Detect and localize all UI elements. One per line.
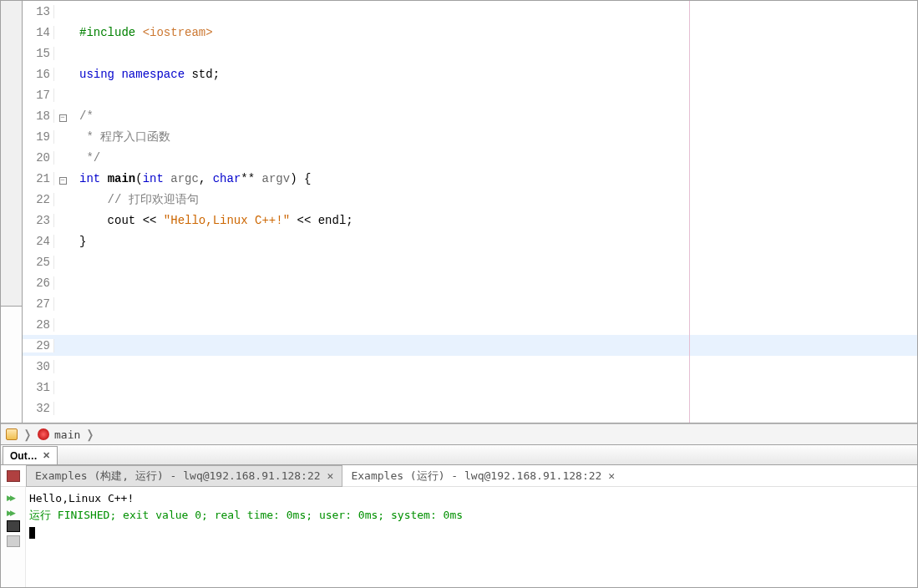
code-line[interactable]: 15	[23, 43, 917, 63]
code-line[interactable]: 13	[23, 1, 917, 22]
stop-icon[interactable]	[7, 470, 20, 482]
code-line[interactable]: 17	[23, 84, 917, 105]
breadcrumb-function[interactable]: main	[54, 428, 80, 441]
code-content[interactable]: using namespace std;	[71, 68, 220, 81]
line-number: 19	[23, 130, 54, 144]
output-subtabs: Examples (构建, 运行) - lwq@192.168.91.128:2…	[1, 465, 917, 487]
code-line[interactable]: 25	[23, 251, 917, 272]
line-number: 18	[23, 109, 54, 123]
output-subtab-label: Examples (运行) - lwq@192.168.91.128:22	[351, 469, 601, 484]
cursor-icon	[29, 527, 35, 539]
close-icon[interactable]: ✕	[608, 469, 615, 482]
fold-gutter[interactable]: −	[54, 109, 71, 123]
line-number: 29	[23, 339, 54, 352]
left-sidebar-placeholder	[1, 1, 23, 423]
output-subtab[interactable]: Examples (构建, 运行) - lwq@192.168.91.128:2…	[26, 465, 342, 487]
line-number: 32	[23, 402, 54, 415]
fold-collapse-icon[interactable]: −	[59, 114, 67, 122]
code-content[interactable]: int main(int argc, char** argv) {	[71, 172, 311, 185]
close-icon[interactable]: ✕	[327, 469, 334, 482]
code-content[interactable]: cout << "Hello,Linux C++!" << endl;	[71, 214, 353, 227]
output-subtab-label: Examples (构建, 运行) - lwq@192.168.91.128:2…	[35, 469, 321, 484]
file-icon	[6, 428, 18, 440]
output-tab[interactable]: Out… ✕	[3, 446, 58, 464]
code-line[interactable]: 30	[23, 356, 917, 377]
line-number: 22	[23, 193, 54, 206]
misc-icon[interactable]	[7, 535, 20, 547]
output-tab-label: Out…	[10, 450, 38, 462]
output-gutter	[1, 487, 26, 587]
output-subtab[interactable]: Examples (运行) - lwq@192.168.91.128:22✕	[342, 466, 623, 486]
print-margin	[689, 1, 690, 423]
code-line[interactable]: 24}	[23, 231, 917, 251]
line-number: 23	[23, 214, 54, 227]
fold-gutter[interactable]: −	[54, 172, 71, 185]
line-number: 21	[23, 172, 54, 185]
code-line[interactable]: 21−int main(int argc, char** argv) {	[23, 168, 917, 189]
line-number: 15	[23, 47, 54, 60]
line-number: 31	[23, 381, 54, 394]
code-editor[interactable]: 1314#include <iostream>1516using namespa…	[23, 1, 917, 423]
code-content[interactable]: * 程序入口函数	[71, 129, 170, 144]
line-number: 27	[23, 297, 54, 311]
console-cursor-line	[29, 524, 917, 540]
line-number: 24	[23, 235, 54, 248]
code-content[interactable]: #include <iostream>	[71, 26, 213, 39]
code-line[interactable]: 26	[23, 272, 917, 293]
fold-collapse-icon[interactable]: −	[59, 177, 67, 185]
line-number: 14	[23, 26, 54, 39]
code-line[interactable]: 27	[23, 293, 917, 314]
editor-area: 1314#include <iostream>1516using namespa…	[1, 1, 917, 423]
run-icon[interactable]	[7, 505, 20, 517]
code-line[interactable]: 20 */	[23, 147, 917, 168]
code-content[interactable]: }	[71, 235, 86, 248]
terminal-icon[interactable]	[7, 520, 20, 532]
code-content[interactable]: // 打印欢迎语句	[71, 192, 199, 207]
code-line[interactable]: 19 * 程序入口函数	[23, 126, 917, 147]
line-number: 17	[23, 89, 54, 102]
code-line[interactable]: 16using namespace std;	[23, 63, 917, 84]
line-number: 16	[23, 68, 54, 81]
code-line[interactable]: 29	[23, 335, 917, 356]
output-console[interactable]: Hello,Linux C++!运行 FINISHED; exit value …	[26, 487, 917, 587]
breadcrumb-separator: ❭	[85, 428, 95, 441]
output-body: Hello,Linux C++!运行 FINISHED; exit value …	[1, 487, 917, 587]
code-line[interactable]: 23 cout << "Hello,Linux C++!" << endl;	[23, 210, 917, 231]
run-icon[interactable]	[7, 490, 20, 502]
line-number: 13	[23, 5, 54, 18]
console-line: 运行 FINISHED; exit value 0; real time: 0m…	[29, 507, 917, 524]
code-content[interactable]: */	[71, 151, 100, 165]
code-line[interactable]: 14#include <iostream>	[23, 22, 917, 43]
code-line[interactable]: 32	[23, 398, 917, 418]
function-icon	[38, 428, 49, 440]
line-number: 28	[23, 318, 54, 332]
sidebar-section	[1, 306, 22, 423]
code-line[interactable]: 18−/*	[23, 105, 917, 126]
breadcrumb-bar: ❭ main ❭	[1, 423, 917, 445]
output-panel: Out… ✕ Examples (构建, 运行) - lwq@192.168.9…	[1, 445, 917, 587]
line-number: 20	[23, 151, 54, 165]
code-line[interactable]: 22 // 打印欢迎语句	[23, 189, 917, 210]
code-content[interactable]: /*	[71, 109, 94, 123]
line-number: 26	[23, 276, 54, 290]
line-number: 30	[23, 360, 54, 373]
breadcrumb-separator: ❭	[23, 428, 33, 441]
ide-window: 1314#include <iostream>1516using namespa…	[0, 0, 918, 588]
line-number: 25	[23, 256, 54, 269]
code-line[interactable]: 28	[23, 314, 917, 335]
output-tabs-strip: Out… ✕	[1, 445, 917, 465]
console-line: Hello,Linux C++!	[29, 490, 917, 507]
code-line[interactable]: 31	[23, 377, 917, 398]
close-icon[interactable]: ✕	[43, 450, 50, 461]
